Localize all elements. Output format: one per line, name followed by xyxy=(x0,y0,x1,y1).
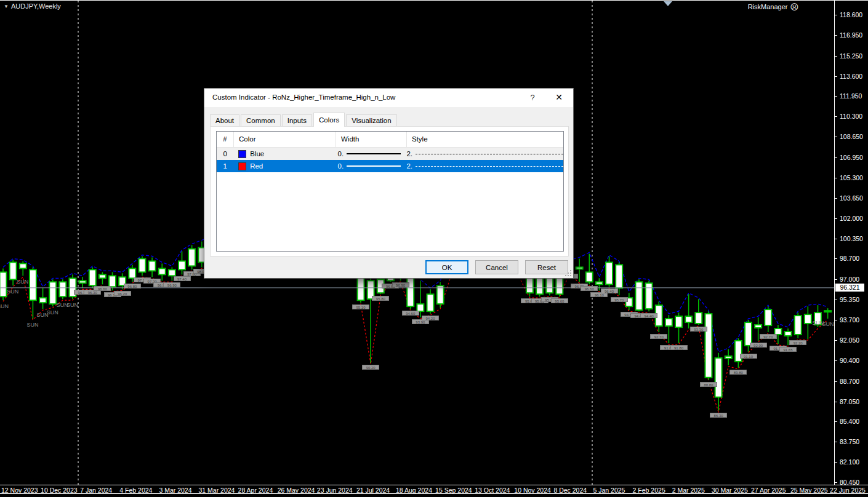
price-badge: 89.80 xyxy=(729,370,747,375)
date-tick-label: 26 May 2024 xyxy=(278,487,315,493)
price-tick xyxy=(835,340,837,341)
price-badge: 90.20 xyxy=(362,365,379,370)
candle-body xyxy=(596,282,603,284)
width-value: 0. xyxy=(338,150,344,157)
column-header-width[interactable]: Width xyxy=(336,132,407,147)
indicator-line-row-0[interactable]: 0Blue0.2. xyxy=(217,148,563,160)
width-line-sample xyxy=(347,165,401,167)
tab-about[interactable]: About xyxy=(210,114,239,127)
candle-body xyxy=(695,312,702,324)
price-tick xyxy=(835,421,837,422)
date-axis[interactable]: 12 Nov 202310 Dec 20237 Jan 20244 Feb 20… xyxy=(0,485,868,493)
price-badge: 94.60 xyxy=(402,311,419,316)
candle-body xyxy=(824,311,831,312)
price-tick-label: 113.600 xyxy=(840,73,862,80)
candle-body xyxy=(59,282,66,296)
candle-body xyxy=(0,272,7,296)
date-tick-label: 2 Mar 2025 xyxy=(672,487,705,493)
candle-body xyxy=(427,294,434,311)
column-header-color[interactable]: Color xyxy=(234,132,336,147)
column-header-style[interactable]: Style xyxy=(407,132,563,147)
price-tick-label: 100.350 xyxy=(840,235,863,242)
tab-colors[interactable]: Colors xyxy=(313,113,345,127)
price-tick-label: 103.650 xyxy=(840,194,863,202)
candle-body xyxy=(179,261,185,269)
price-tick-label: 115.250 xyxy=(840,52,862,60)
color-name: Blue xyxy=(250,150,264,157)
help-icon[interactable]: ? xyxy=(526,93,539,102)
price-tick xyxy=(835,360,837,361)
candle-body xyxy=(188,249,195,266)
price-tick-label: 118.600 xyxy=(840,11,862,18)
price-tick xyxy=(835,178,837,178)
custom-indicator-dialog: Custom Indicator - RoNz_Higher_Timeframe… xyxy=(204,88,574,279)
candle-body xyxy=(675,316,682,327)
close-icon[interactable]: ✕ xyxy=(552,92,566,102)
reset-button[interactable]: Reset xyxy=(525,260,568,274)
resize-grip[interactable] xyxy=(565,270,571,276)
color-cell[interactable]: Blue xyxy=(233,148,332,160)
column-header-index[interactable]: # xyxy=(217,132,234,147)
price-tick-label: 98.700 xyxy=(840,255,859,262)
indicator-line-row-1[interactable]: 1Red0.2. xyxy=(217,160,563,172)
style-cell[interactable]: 2. xyxy=(401,148,563,160)
price-tick xyxy=(835,15,837,15)
style-cell[interactable]: 2. xyxy=(401,160,563,172)
price-tick-label: 88.700 xyxy=(840,378,859,385)
style-line-sample xyxy=(416,154,563,154)
price-tick xyxy=(835,258,837,259)
tab-visualization[interactable]: Visualization xyxy=(346,114,396,127)
price-tick xyxy=(835,320,837,320)
price-tick-label: 87.050 xyxy=(840,398,859,405)
candle-body xyxy=(49,282,56,304)
chart-scroll-marker-icon xyxy=(664,1,672,6)
date-tick-label: 21 Jul 2024 xyxy=(356,487,390,493)
width-cell[interactable]: 0. xyxy=(333,148,402,160)
sun-marker: SUN xyxy=(47,309,58,316)
date-tick-label: 12 Nov 2023 xyxy=(1,487,38,493)
tab-common[interactable]: Common xyxy=(241,114,281,127)
candle-body xyxy=(765,309,771,325)
price-tick-label: 102.000 xyxy=(840,215,863,222)
date-tick-label: 13 Oct 2024 xyxy=(475,487,510,493)
color-cell[interactable]: Red xyxy=(233,160,332,172)
sun-marker: SUN xyxy=(822,321,834,327)
ok-button[interactable]: OK xyxy=(425,260,468,274)
price-tick-label: 106.950 xyxy=(840,154,863,161)
cancel-button[interactable]: Cancel xyxy=(475,260,518,274)
sun-marker: SUN xyxy=(17,279,28,285)
price-badge: 97.40 xyxy=(174,276,191,281)
date-tick-label: 30 Mar 2025 xyxy=(712,487,748,493)
price-badge: 96.40 xyxy=(601,288,618,293)
tab-inputs[interactable]: Inputs xyxy=(282,114,312,127)
price-badge: 95.10 xyxy=(352,304,369,309)
price-badge: 96.90 xyxy=(163,282,180,287)
candle-body xyxy=(159,268,166,274)
candle-body xyxy=(109,276,116,287)
price-axis[interactable]: 96.321 118.600116.950115.250113.600111.9… xyxy=(834,1,868,485)
table-header-row: #ColorWidthStyle xyxy=(217,132,563,148)
price-tick xyxy=(835,239,837,239)
price-tick xyxy=(835,56,837,57)
indicator-colors-table: #ColorWidthStyle 0Blue0.2.1Red0.2. xyxy=(216,131,564,252)
price-badge: 95.80 xyxy=(372,296,389,301)
price-tick xyxy=(835,462,837,463)
candle-body xyxy=(437,285,444,304)
color-swatch[interactable] xyxy=(238,150,246,158)
price-badge: 96.20 xyxy=(114,291,131,296)
candle-body xyxy=(99,274,106,278)
date-tick-label: 10 Nov 2024 xyxy=(514,487,551,493)
candle-body xyxy=(169,269,175,276)
price-tick xyxy=(835,96,837,97)
width-cell[interactable]: 0. xyxy=(333,160,402,172)
row-index: 0 xyxy=(217,148,233,160)
dialog-titlebar[interactable]: Custom Indicator - RoNz_Higher_Timeframe… xyxy=(204,89,573,107)
date-tick-label: 28 Apr 2024 xyxy=(238,487,273,493)
price-tick xyxy=(835,76,837,77)
date-tick-label: 4 Feb 2024 xyxy=(119,487,152,493)
price-badge: 94.20 xyxy=(422,316,439,320)
candle-body xyxy=(139,258,145,272)
color-swatch[interactable] xyxy=(238,162,246,170)
date-tick-label: 31 Mar 2024 xyxy=(199,487,235,493)
candle-body xyxy=(39,298,46,303)
